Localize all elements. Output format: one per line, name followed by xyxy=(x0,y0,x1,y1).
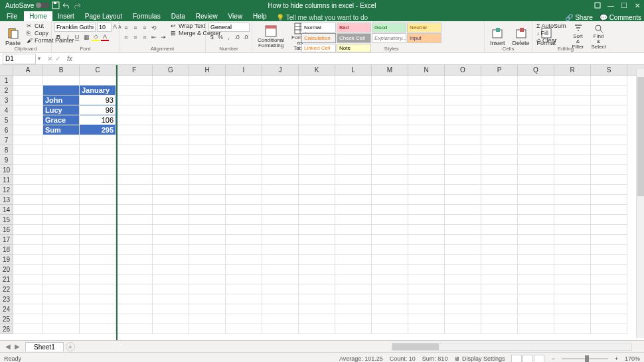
col-header-M[interactable]: M xyxy=(372,65,408,75)
namebox-dropdown-icon[interactable]: ▼ xyxy=(37,56,42,62)
cell-N16[interactable] xyxy=(408,225,445,235)
inc-decimal-icon[interactable]: .0 xyxy=(234,33,241,41)
cell-S1[interactable] xyxy=(591,76,627,86)
cell-O19[interactable] xyxy=(445,255,481,265)
cell-S23[interactable] xyxy=(591,294,627,304)
row-header-24[interactable]: 24 xyxy=(0,304,13,314)
cell-N22[interactable] xyxy=(408,284,445,294)
cell-K17[interactable] xyxy=(299,235,335,245)
cell-K4[interactable] xyxy=(299,105,335,115)
cell-J2[interactable] xyxy=(262,86,299,95)
cell-G7[interactable] xyxy=(153,135,189,145)
cell-N8[interactable] xyxy=(408,145,445,155)
cell-M20[interactable] xyxy=(372,265,408,274)
cell-S11[interactable] xyxy=(591,175,627,185)
tab-file[interactable]: File xyxy=(0,11,24,21)
cell-P19[interactable] xyxy=(481,255,518,265)
row-header-6[interactable]: 6 xyxy=(0,125,13,135)
cell-G20[interactable] xyxy=(153,265,189,274)
cell-I17[interactable] xyxy=(226,235,262,245)
cell-B26[interactable] xyxy=(43,324,80,334)
cell-M8[interactable] xyxy=(372,145,408,155)
cell-B10[interactable] xyxy=(43,165,80,175)
cell-B9[interactable] xyxy=(43,155,80,165)
vscroll-thumb[interactable] xyxy=(637,77,644,196)
cell-M23[interactable] xyxy=(372,294,408,304)
cell-A10[interactable] xyxy=(13,165,43,175)
zoom-out-icon[interactable]: − xyxy=(551,355,554,362)
cell-R9[interactable] xyxy=(554,155,591,165)
tell-me-search[interactable]: 💡 Tell me what you want to do xyxy=(276,14,368,21)
cell-C6[interactable]: 295 xyxy=(80,125,116,135)
cell-N12[interactable] xyxy=(408,185,445,195)
close-icon[interactable]: ✕ xyxy=(631,0,644,11)
cell-M6[interactable] xyxy=(372,125,408,135)
cell-K15[interactable] xyxy=(299,215,335,225)
align-center-icon[interactable]: ≡ xyxy=(131,33,139,41)
cell-O3[interactable] xyxy=(445,95,481,105)
cell-R22[interactable] xyxy=(554,284,591,294)
vertical-scrollbar[interactable] xyxy=(636,69,644,338)
cell-M4[interactable] xyxy=(372,105,408,115)
cell-K25[interactable] xyxy=(299,314,335,324)
cell-I18[interactable] xyxy=(226,245,262,255)
cell-O15[interactable] xyxy=(445,215,481,225)
cell-Q10[interactable] xyxy=(518,165,554,175)
cell-F19[interactable] xyxy=(116,255,153,265)
cell-N23[interactable] xyxy=(408,294,445,304)
cell-C11[interactable] xyxy=(80,175,116,185)
cell-G2[interactable] xyxy=(153,86,189,95)
tab-data[interactable]: Data xyxy=(166,11,191,21)
grow-font-icon[interactable]: A xyxy=(113,23,117,30)
cell-A11[interactable] xyxy=(13,175,43,185)
cell-F9[interactable] xyxy=(116,155,153,165)
col-header-B[interactable]: B xyxy=(43,65,80,75)
cell-K20[interactable] xyxy=(299,265,335,274)
cell-L24[interactable] xyxy=(335,304,372,314)
cell-K11[interactable] xyxy=(299,175,335,185)
cell-B8[interactable] xyxy=(43,145,80,155)
cell-K16[interactable] xyxy=(299,225,335,235)
row-header-25[interactable]: 25 xyxy=(0,314,13,324)
cell-C25[interactable] xyxy=(80,314,116,324)
cell-J4[interactable] xyxy=(262,105,299,115)
cell-G9[interactable] xyxy=(153,155,189,165)
cell-F6[interactable] xyxy=(116,125,153,135)
cell-O26[interactable] xyxy=(445,324,481,334)
cell-P21[interactable] xyxy=(481,274,518,284)
cell-F13[interactable] xyxy=(116,195,153,205)
cell-A19[interactable] xyxy=(13,255,43,265)
col-header-O[interactable]: O xyxy=(445,65,481,75)
cell-G10[interactable] xyxy=(153,165,189,175)
cell-J16[interactable] xyxy=(262,225,299,235)
cell-A4[interactable] xyxy=(13,105,43,115)
sheet-prev-icon[interactable]: ◀ xyxy=(5,343,11,350)
cell-L7[interactable] xyxy=(335,135,372,145)
sheet-next-icon[interactable]: ▶ xyxy=(15,343,20,350)
cell-H22[interactable] xyxy=(189,284,226,294)
underline-button[interactable]: U xyxy=(73,33,81,41)
cell-R7[interactable] xyxy=(554,135,591,145)
cell-H3[interactable] xyxy=(189,95,226,105)
cell-H11[interactable] xyxy=(189,175,226,185)
cell-L10[interactable] xyxy=(335,165,372,175)
cell-K5[interactable] xyxy=(299,115,335,125)
cell-A14[interactable] xyxy=(13,205,43,215)
cell-A5[interactable] xyxy=(13,115,43,125)
cell-N24[interactable] xyxy=(408,304,445,314)
cell-R26[interactable] xyxy=(554,324,591,334)
conditional-formatting-button[interactable]: Conditional Formatting xyxy=(255,23,287,51)
cell-B14[interactable] xyxy=(43,205,80,215)
cell-N19[interactable] xyxy=(408,255,445,265)
cell-H2[interactable] xyxy=(189,86,226,95)
cell-C24[interactable] xyxy=(80,304,116,314)
cell-I23[interactable] xyxy=(226,294,262,304)
fill-color-button[interactable]: ◇ xyxy=(92,33,100,41)
undo-icon[interactable] xyxy=(62,1,70,9)
cell-S24[interactable] xyxy=(591,304,627,314)
cell-A8[interactable] xyxy=(13,145,43,155)
cell-Q5[interactable] xyxy=(518,115,554,125)
hscroll-thumb[interactable] xyxy=(392,343,439,350)
percent-icon[interactable]: % xyxy=(217,33,224,41)
cell-N13[interactable] xyxy=(408,195,445,205)
